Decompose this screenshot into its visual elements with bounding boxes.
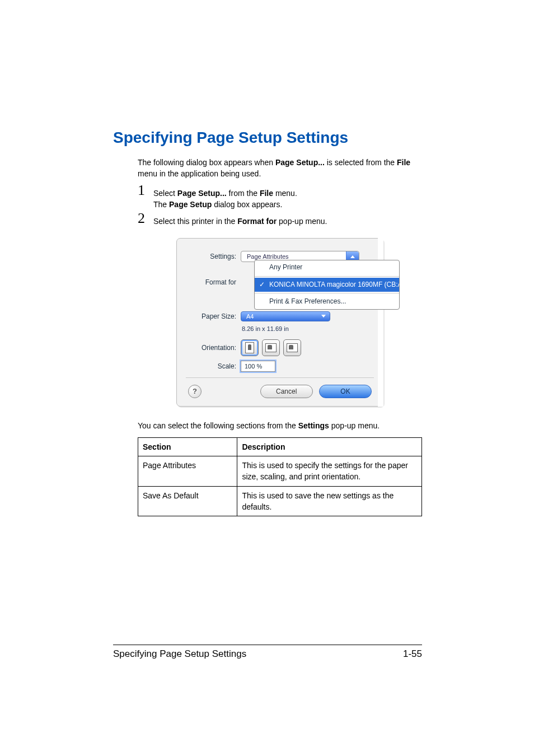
- landscape-icon: [265, 343, 277, 352]
- orientation-row: Orientation:: [188, 339, 372, 356]
- paper-size-label: Paper Size:: [188, 312, 236, 321]
- footer-divider: [113, 645, 422, 645]
- orientation-label: Orientation:: [188, 343, 236, 353]
- paper-size-dropdown[interactable]: A4: [241, 311, 330, 321]
- paper-dimensions: 8.26 in x 11.69 in: [242, 325, 372, 334]
- lead-text: You can select the following sections fr…: [138, 421, 298, 430]
- step-text-part: Select: [153, 189, 177, 198]
- table-cell: Save As Default: [138, 486, 237, 516]
- format-for-label: Format for: [188, 278, 236, 287]
- orientation-landscape-right-button[interactable]: [283, 339, 301, 356]
- lead-text: pop-up menu.: [329, 421, 380, 430]
- menu-item-selected-printer[interactable]: ✓ KONICA MINOLTA magicolor 1690MF (CB:A6…: [255, 278, 399, 292]
- settings-lead: You can select the following sections fr…: [138, 420, 422, 431]
- step-bold: File: [260, 189, 273, 198]
- format-for-row: Format for: [188, 278, 241, 287]
- step-text-part: Select this printer in the: [153, 217, 237, 226]
- orientation-landscape-left-button[interactable]: [262, 339, 280, 356]
- step-text-part: The: [153, 200, 169, 209]
- intro-paragraph: The following dialog box appears when Pa…: [138, 157, 422, 180]
- dialog-divider: [186, 377, 374, 378]
- help-button[interactable]: ?: [188, 385, 202, 398]
- menu-item-label: KONICA MINOLTA magicolor 1690MF (CB:A6:1…: [269, 281, 400, 288]
- body-content: The following dialog box appears when Pa…: [138, 157, 422, 516]
- intro-bold: File: [397, 158, 410, 167]
- cancel-button[interactable]: Cancel: [260, 385, 313, 398]
- menu-item-preferences[interactable]: Print & Fax Preferences...: [255, 295, 399, 309]
- scale-input[interactable]: 100 %: [241, 361, 275, 372]
- menu-item-any-printer[interactable]: Any Printer: [255, 260, 399, 274]
- step-text: Select Page Setup... from the File menu.…: [153, 188, 297, 211]
- step-text-part: from the: [227, 189, 260, 198]
- settings-label: Settings:: [188, 252, 236, 262]
- step-bold: Page Setup: [169, 200, 212, 209]
- table-header-row: Section Description: [138, 437, 422, 456]
- intro-text: The following dialog box appears when: [138, 158, 275, 167]
- step-bold: Page Setup...: [177, 189, 227, 198]
- table-header-section: Section: [138, 437, 237, 456]
- step-1: 1 Select Page Setup... from the File men…: [138, 183, 422, 211]
- landscape-icon: [287, 343, 298, 352]
- menu-separator: [255, 293, 399, 293]
- page-footer: Specifying Page Setup Settings 1-55: [113, 645, 422, 660]
- lead-bold: Settings: [298, 421, 329, 430]
- intro-text: is selected from the: [325, 158, 397, 167]
- document-page: Specifying Page Setup Settings The follo…: [0, 0, 534, 756]
- scale-row: Scale: 100 %: [188, 361, 372, 372]
- table-cell: This is used to specify the settings for…: [237, 456, 422, 487]
- table-row: Save As Default This is used to save the…: [138, 486, 422, 516]
- menu-separator: [255, 276, 399, 277]
- intro-text: menu in the application being used.: [138, 169, 261, 178]
- step-bold: Format for: [237, 217, 277, 226]
- dropdown-arrow-icon: [321, 315, 326, 318]
- scale-label: Scale:: [188, 362, 236, 371]
- page-number: 1-55: [403, 648, 422, 660]
- step-number: 2: [138, 211, 150, 226]
- table-cell: This is used to save the new settings as…: [237, 486, 422, 516]
- page-setup-dialog: Settings: Page Attributes Format for Any…: [176, 238, 383, 407]
- footer-row: Specifying Page Setup Settings 1-55: [113, 648, 422, 660]
- orientation-portrait-button[interactable]: [241, 339, 259, 356]
- dialog-inner: Settings: Page Attributes Format for Any…: [177, 239, 383, 406]
- table-cell: Page Attributes: [138, 456, 237, 487]
- settings-table: Section Description Page Attributes This…: [138, 437, 422, 516]
- table-row: Page Attributes This is used to specify …: [138, 456, 422, 487]
- step-text: Select this printer in the Format for po…: [153, 216, 327, 227]
- dialog-top-area: Settings: Page Attributes Format for Any…: [188, 248, 372, 310]
- step-text-part: pop-up menu.: [277, 217, 327, 226]
- step-number: 1: [138, 183, 150, 198]
- table-header-description: Description: [237, 437, 422, 456]
- dialog-footer: ? Cancel OK: [188, 385, 372, 398]
- ok-button[interactable]: OK: [319, 385, 372, 398]
- portrait-icon: [245, 342, 254, 353]
- step-2: 2 Select this printer in the Format for …: [138, 211, 422, 227]
- menu-item-label: Print & Fax Preferences...: [269, 297, 346, 305]
- step-text-part: dialog box appears.: [212, 200, 282, 209]
- paper-size-row: Paper Size: A4: [188, 311, 372, 321]
- dropdown-bg: [241, 311, 330, 321]
- paper-size-value: A4: [246, 312, 254, 321]
- format-for-menu[interactable]: Any Printer ✓ KONICA MINOLTA magicolor 1…: [254, 260, 400, 309]
- menu-item-label: Any Printer: [269, 263, 302, 271]
- dialog-button-group: Cancel OK: [256, 385, 372, 398]
- page-heading: Specifying Page Setup Settings: [113, 129, 422, 147]
- step-text-part: menu.: [273, 189, 297, 198]
- intro-bold: Page Setup...: [275, 158, 325, 167]
- check-icon: ✓: [259, 280, 265, 290]
- footer-title: Specifying Page Setup Settings: [113, 648, 246, 660]
